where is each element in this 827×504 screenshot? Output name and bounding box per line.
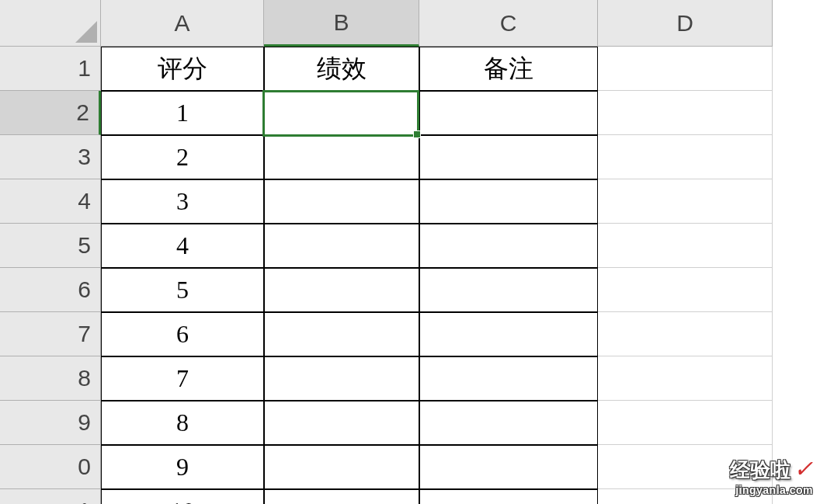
cell-a2[interactable]: 1 <box>101 91 264 135</box>
cell-b9[interactable] <box>264 401 419 445</box>
cell-c10[interactable] <box>419 445 598 489</box>
cell-c6[interactable] <box>419 268 598 312</box>
column-header-b[interactable]: B <box>264 0 419 47</box>
cell-a10[interactable]: 9 <box>101 445 264 489</box>
cell-c7[interactable] <box>419 312 598 356</box>
row-header-6[interactable]: 6 <box>0 268 101 312</box>
watermark: 经验啦✓ jingyanla.com <box>730 455 813 496</box>
cell-a6[interactable]: 5 <box>101 268 264 312</box>
column-header-d[interactable]: D <box>598 0 773 47</box>
column-header-a[interactable]: A <box>101 0 264 47</box>
cell-c9[interactable] <box>419 401 598 445</box>
cell-a5[interactable]: 4 <box>101 224 264 268</box>
cell-a8[interactable]: 7 <box>101 356 264 401</box>
cell-b11[interactable] <box>264 489 419 504</box>
row-header-9[interactable]: 9 <box>0 401 101 445</box>
cell-c2[interactable] <box>419 91 598 135</box>
cell-c3[interactable] <box>419 135 598 179</box>
cell-b10[interactable] <box>264 445 419 489</box>
row-header-5[interactable]: 5 <box>0 224 101 268</box>
watermark-text: 经验啦 <box>730 458 791 481</box>
cell-a3[interactable]: 2 <box>101 135 264 179</box>
cell-c11[interactable] <box>419 489 598 504</box>
cell-c1[interactable]: 备注 <box>419 47 598 91</box>
cell-c5[interactable] <box>419 224 598 268</box>
cell-a11[interactable]: 10 <box>101 489 264 504</box>
cell-d1[interactable] <box>598 47 773 91</box>
spreadsheet-grid: A B C D 1 评分 绩效 备注 2 1 3 2 4 <box>0 0 827 504</box>
cell-b4[interactable] <box>264 179 419 224</box>
row-header-10[interactable]: 0 <box>0 445 101 489</box>
row-header-8[interactable]: 8 <box>0 356 101 401</box>
cell-b8[interactable] <box>264 356 419 401</box>
row-header-4[interactable]: 4 <box>0 179 101 224</box>
cell-d8[interactable] <box>598 356 773 401</box>
cell-c4[interactable] <box>419 179 598 224</box>
row-header-1[interactable]: 1 <box>0 47 101 91</box>
column-header-c[interactable]: C <box>419 0 598 47</box>
cell-a1[interactable]: 评分 <box>101 47 264 91</box>
row-header-2[interactable]: 2 <box>0 91 101 135</box>
corner-triangle-icon <box>75 21 97 43</box>
cell-b3[interactable] <box>264 135 419 179</box>
cell-b5[interactable] <box>264 224 419 268</box>
row-header-7[interactable]: 7 <box>0 312 101 356</box>
cell-d4[interactable] <box>598 179 773 224</box>
cell-b7[interactable] <box>264 312 419 356</box>
cell-d9[interactable] <box>598 401 773 445</box>
cell-d6[interactable] <box>598 268 773 312</box>
watermark-check-icon: ✓ <box>794 456 813 481</box>
cell-d7[interactable] <box>598 312 773 356</box>
watermark-url: jingyanla.com <box>730 484 813 496</box>
select-all-corner[interactable] <box>0 0 101 47</box>
cell-a7[interactable]: 6 <box>101 312 264 356</box>
cell-c8[interactable] <box>419 356 598 401</box>
cell-b1[interactable]: 绩效 <box>264 47 419 91</box>
cell-a4[interactable]: 3 <box>101 179 264 224</box>
cell-a9[interactable]: 8 <box>101 401 264 445</box>
cell-d2[interactable] <box>598 91 773 135</box>
row-header-11[interactable]: 1 <box>0 489 101 504</box>
cell-b2[interactable] <box>264 91 419 135</box>
cell-d5[interactable] <box>598 224 773 268</box>
cell-b6[interactable] <box>264 268 419 312</box>
cell-d3[interactable] <box>598 135 773 179</box>
row-header-3[interactable]: 3 <box>0 135 101 179</box>
